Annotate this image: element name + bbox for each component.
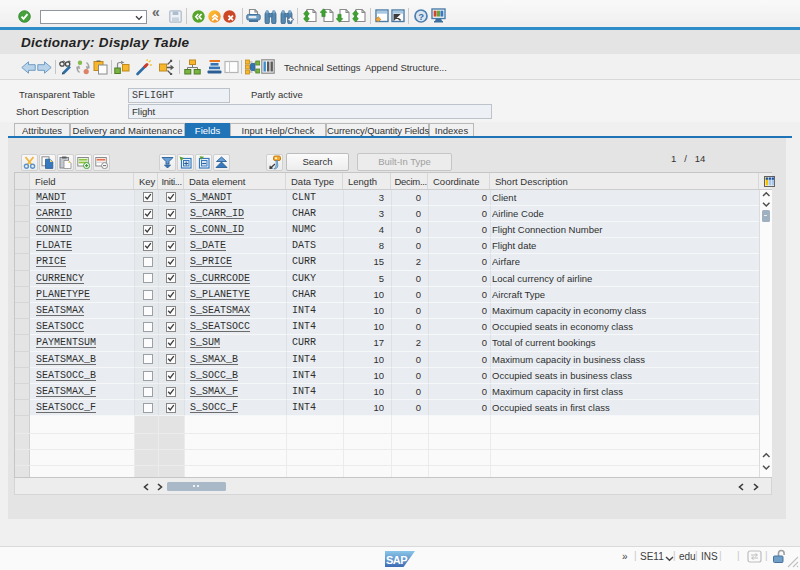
svg-text:SAP: SAP [386,554,407,566]
svg-text:?: ? [418,11,424,22]
